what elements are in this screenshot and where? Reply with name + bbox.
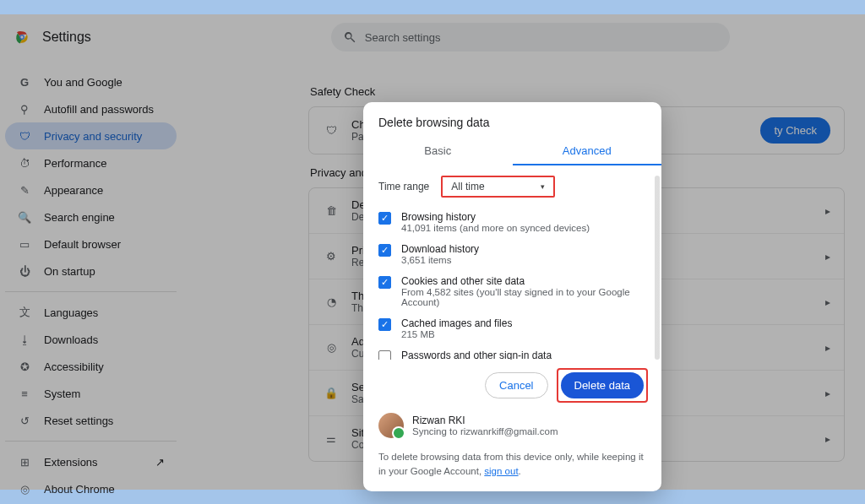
option-subtitle: From 4,582 sites (you'll stay signed in … xyxy=(401,287,646,307)
checkbox-unchecked-icon[interactable] xyxy=(378,350,391,360)
option-title: Browsing history xyxy=(401,211,590,223)
delete-browsing-data-dialog: Delete browsing data Basic Advanced Time… xyxy=(363,102,661,491)
time-range-value: All time xyxy=(451,181,484,192)
dialog-footnote: To delete browsing data from this device… xyxy=(363,447,661,491)
option-title: Cached images and files xyxy=(401,317,512,329)
option-subtitle: 3,651 items xyxy=(401,255,479,265)
option-passwords[interactable]: Passwords and other sign-in data316 pass… xyxy=(378,344,646,360)
tab-advanced[interactable]: Advanced xyxy=(513,138,662,165)
time-range-label: Time range xyxy=(378,181,429,192)
option-cached-files[interactable]: ✓Cached images and files215 MB xyxy=(378,312,646,344)
option-title: Download history xyxy=(401,243,479,255)
footnote-text: . xyxy=(519,466,521,476)
checkbox-checked-icon[interactable]: ✓ xyxy=(378,244,391,257)
profile-sync-text: Syncing to rizwanrkiff@gmail.com xyxy=(412,426,558,436)
profile-row: Rizwan RKI Syncing to rizwanrkiff@gmail.… xyxy=(363,408,661,447)
dialog-scroll-area[interactable]: Time range All time ▾ ✓Browsing history4… xyxy=(363,176,661,360)
tab-basic[interactable]: Basic xyxy=(363,138,513,165)
dialog-title: Delete browsing data xyxy=(363,102,661,138)
cancel-button[interactable]: Cancel xyxy=(485,372,547,398)
dialog-tabs: Basic Advanced xyxy=(363,138,661,165)
checkbox-checked-icon[interactable]: ✓ xyxy=(378,212,391,225)
option-title: Passwords and other sign-in data xyxy=(401,350,646,360)
avatar-icon xyxy=(378,413,404,438)
option-title: Cookies and other site data xyxy=(401,275,646,287)
time-range-row: Time range All time ▾ xyxy=(378,176,646,198)
delete-button-highlight: Delete data xyxy=(557,368,649,403)
option-download-history[interactable]: ✓Download history3,651 items xyxy=(378,238,646,270)
profile-name: Rizwan RKI xyxy=(412,415,558,426)
checkbox-checked-icon[interactable]: ✓ xyxy=(378,318,391,331)
sign-out-link[interactable]: sign out xyxy=(484,466,518,476)
option-browsing-history[interactable]: ✓Browsing history41,091 items (and more … xyxy=(378,206,646,238)
chevron-down-icon: ▾ xyxy=(541,182,545,191)
option-cookies[interactable]: ✓Cookies and other site dataFrom 4,582 s… xyxy=(378,270,646,312)
checkbox-checked-icon[interactable]: ✓ xyxy=(378,276,391,289)
option-subtitle: 215 MB xyxy=(401,329,512,339)
option-subtitle: 41,091 items (and more on synced devices… xyxy=(401,223,590,233)
time-range-select[interactable]: All time ▾ xyxy=(441,176,555,198)
delete-data-button[interactable]: Delete data xyxy=(561,372,645,398)
dialog-button-row: Cancel Delete data xyxy=(363,360,661,408)
